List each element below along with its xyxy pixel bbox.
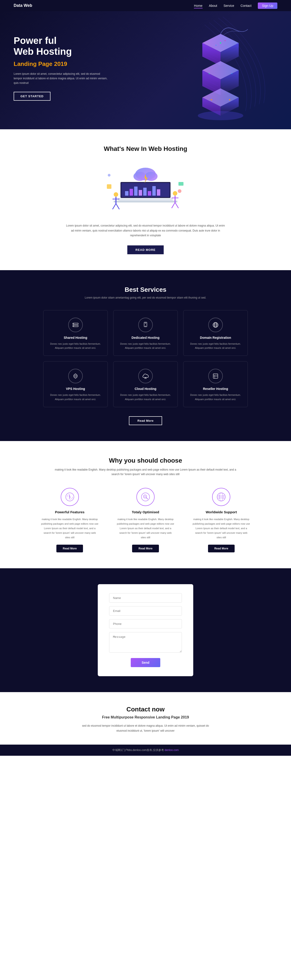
why-grid: Powerful Features making it look like re… [37,488,254,552]
services-title: Best Services [14,286,277,293]
service-icon-vps [68,369,83,383]
contact-form-box: Send [98,584,193,676]
why-card-worldwide: Worldwide Support making it look like re… [188,488,254,552]
service-icon-dedicated [138,318,153,332]
svg-point-57 [178,189,181,193]
service-card-reseller: Reseller Hosting Donec nec justo eget fe… [183,361,248,407]
service-icon-reseller [208,369,223,383]
why-icon-powerful [61,488,79,506]
hero-illustration [168,16,282,125]
contact-now-title: Contact now [14,706,277,713]
nav-contact[interactable]: Contact [240,4,251,8]
hero-title: Power ful Web Hosting [14,35,109,57]
nav-signup[interactable]: Sign Up [258,3,277,9]
svg-point-83 [144,496,146,497]
service-card-vps: VPS Hosting Donec nec justo eget felis f… [43,361,108,407]
why-readmore-worldwide[interactable]: Read More [208,545,235,552]
services-section: Best Services Lorem ipsum dolor sitam am… [0,270,291,441]
service-card-dedicated: Dedicated Hosting Donec nec justo eget f… [113,310,178,356]
message-input[interactable] [109,632,182,652]
hero-subtitle: Landing Page 2019 [14,60,109,67]
svg-point-62 [74,326,74,326]
svg-rect-36 [143,188,147,196]
name-input[interactable] [109,593,182,603]
hero-section: Power ful Web Hosting Landing Page 2019 … [0,11,291,129]
service-icon-domain [208,318,223,332]
send-button[interactable]: Send [131,658,160,667]
hero-content: Power ful Web Hosting Landing Page 2019 … [14,35,109,101]
nav-links: Home About Service Contact Sign Up [194,4,277,8]
services-grid: Shared Hosting Donec nec justo eget feli… [43,310,248,407]
svg-point-21 [232,73,232,74]
svg-rect-55 [107,184,111,189]
whats-new-read-more[interactable]: READ MORE [127,245,164,254]
why-subtitle: making it look like readable English. Ma… [54,468,237,477]
hero-description: Lorem ipsum dolor sit amet, consectetur … [14,72,109,86]
service-card-cloud: Cloud Hosting Donec nec justo eget felis… [113,361,178,407]
service-desc-cloud: Donec nec justo eget felis facilisis fer… [118,393,173,401]
whats-new-description: Lorem ipsum dolor sit amet, consectetur … [66,223,225,238]
service-desc-shared: Donec nec justo eget felis facilisis fer… [48,342,103,350]
svg-rect-34 [134,186,138,196]
service-title-cloud: Cloud Hosting [118,387,173,391]
svg-rect-39 [157,189,160,196]
contact-now-section: Contact now Free Multipurpose Responsive… [0,692,291,745]
why-icon-optimised [136,488,155,506]
nav-logo: Data Web [14,3,32,8]
service-desc-domain: Donec nec justo eget felis facilisis fer… [188,342,243,350]
services-subtitle: Lorem ipsum dolor sitam ametamtag going … [14,296,277,299]
svg-line-54 [175,202,179,208]
service-title-dedicated: Dedicated Hosting [118,336,173,339]
services-read-more[interactable]: Read More [129,416,162,425]
why-title-optimised: Totaly Optimised [117,510,174,514]
svg-rect-28 [118,198,173,200]
why-title-worldwide: Worldwide Support [193,510,250,514]
why-desc-optimised: making it look like readable English. Ma… [117,517,174,540]
contact-now-description: sed do eiusmod tempor incididunt ut labo… [77,724,214,733]
why-icon-worldwide [212,488,230,506]
contact-now-subtitle: Free Multipurpose Responsive Landing Pag… [14,715,277,719]
svg-rect-29 [114,200,177,202]
footer-link[interactable]: denloo.com [165,748,179,752]
svg-rect-56 [179,182,184,186]
svg-point-58 [108,174,110,177]
why-title: Why you should choose [14,457,277,464]
whats-new-illustration [14,162,277,216]
svg-point-4 [216,45,216,46]
why-desc-powerful: making it look like readable English. Ma… [41,517,98,540]
svg-point-25 [211,99,212,100]
service-card-shared: Shared Hosting Donec nec justo eget feli… [43,310,108,356]
service-desc-dedicated: Donec nec justo eget felis facilisis fer… [118,342,173,350]
why-desc-worldwide: making it look like readable English. Ma… [193,517,250,540]
nav-home[interactable]: Home [194,4,202,8]
why-readmore-optimised[interactable]: Read More [132,545,159,552]
email-input[interactable] [109,606,182,616]
svg-rect-37 [148,191,151,196]
hero-cta-button[interactable]: GET STARTED [14,92,51,101]
svg-point-5 [225,40,225,41]
why-card-optimised: Totaly Optimised making it look like rea… [112,488,179,552]
svg-point-20 [209,73,209,74]
service-title-shared: Shared Hosting [48,336,103,339]
why-card-powerful: Powerful Features making it look like re… [37,488,103,552]
svg-rect-35 [139,190,142,196]
svg-rect-38 [152,186,156,196]
why-choose-section: Why you should choose making it look lik… [0,441,291,568]
service-title-domain: Domain Registration [188,336,243,339]
svg-line-48 [112,204,116,209]
why-readmore-powerful[interactable]: Read More [56,545,83,552]
nav-about[interactable]: About [209,4,217,8]
service-icon-cloud [138,369,153,383]
nav-service[interactable]: Service [224,4,234,8]
phone-input[interactable] [109,619,182,628]
service-title-reseller: Reseller Hosting [188,387,243,391]
service-icon-shared [68,318,83,332]
service-card-domain: Domain Registration Donec nec justo eget… [183,310,248,356]
svg-point-65 [145,323,146,324]
svg-point-61 [74,323,74,324]
why-title-powerful: Powerful Features [41,510,98,514]
svg-rect-33 [130,189,133,196]
svg-line-73 [146,377,146,379]
footer-text: 中域网1门户bbs.denloo.com发布,仅供参考 denloo.com [112,748,179,752]
footer-bar: 中域网1门户bbs.denloo.com发布,仅供参考 denloo.com [0,745,291,756]
